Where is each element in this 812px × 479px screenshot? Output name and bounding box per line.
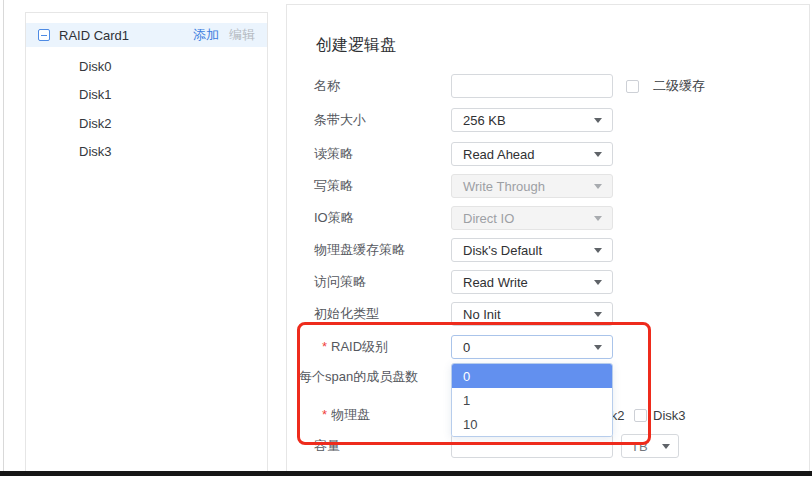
required-asterisk: * <box>322 407 327 422</box>
span-members-label: 每个span的成员盘数 <box>299 368 451 386</box>
raid-level-option-10[interactable]: 10 <box>452 412 612 436</box>
pd-cache-policy-select[interactable]: Disk's Default <box>451 238 613 262</box>
raid-level-label: *RAID级别 <box>314 338 451 356</box>
pd-cache-policy-value: Disk's Default <box>463 243 542 258</box>
chevron-down-icon <box>594 345 602 350</box>
add-link[interactable]: 添加 <box>193 26 219 44</box>
collapse-minus-icon[interactable] <box>38 29 50 41</box>
stripe-size-select[interactable]: 256 KB <box>451 108 613 132</box>
stripe-size-label: 条带大小 <box>314 111 451 129</box>
chevron-down-icon <box>594 216 602 221</box>
io-policy-label: IO策略 <box>314 209 451 227</box>
write-policy-value: Write Through <box>463 179 545 194</box>
read-policy-label: 读策略 <box>314 145 451 163</box>
access-policy-label: 访问策略 <box>314 273 451 291</box>
form-row-read-policy: 读策略 Read Ahead <box>314 142 613 166</box>
write-policy-label: 写策略 <box>314 177 451 195</box>
form-row-io-policy: IO策略 Direct IO <box>314 206 613 230</box>
capacity-unit-select[interactable]: TB <box>621 434 679 458</box>
chevron-down-icon <box>594 152 602 157</box>
physical-disks-label: *物理盘 <box>314 406 451 424</box>
raid-level-select[interactable]: 0 <box>451 335 613 359</box>
tree-item-disk3[interactable]: Disk3 <box>79 144 249 162</box>
form-row-raid-level: *RAID级别 0 <box>314 335 613 359</box>
write-policy-select: Write Through <box>451 174 613 198</box>
capacity-unit-value: TB <box>631 439 648 454</box>
required-asterisk: * <box>322 339 327 354</box>
chevron-down-icon <box>594 118 602 123</box>
tree-item-disk2[interactable]: Disk2 <box>79 116 249 134</box>
io-policy-select: Direct IO <box>451 206 613 230</box>
raid-config-page: RAID Card1 添加 编辑 Disk0 Disk1 Disk2 Disk3… <box>0 0 812 479</box>
bottom-window-edge <box>0 471 812 476</box>
tree-row-raid-card1[interactable]: RAID Card1 添加 编辑 <box>26 23 267 47</box>
disk3-checkbox[interactable] <box>634 409 647 422</box>
init-type-label: 初始化类型 <box>314 305 451 323</box>
read-policy-select[interactable]: Read Ahead <box>451 142 613 166</box>
init-type-select[interactable]: No Init <box>451 302 613 326</box>
capacity-label: 容量 <box>314 437 451 455</box>
create-logical-disk-panel: 创建逻辑盘 名称 二级缓存 条带大小 256 KB 读策略 Read Ahead <box>286 4 810 471</box>
page-title: 创建逻辑盘 <box>316 35 396 56</box>
raid-level-option-0[interactable]: 0 <box>452 364 612 388</box>
form-row-name: 名称 二级缓存 <box>314 74 705 98</box>
secondary-cache-label: 二级缓存 <box>653 77 705 95</box>
chevron-down-icon <box>594 312 602 317</box>
form-row-span-members: 每个span的成员盘数 <box>299 365 451 389</box>
chevron-down-icon <box>594 248 602 253</box>
pd-item-disk3: Disk3 <box>634 408 695 423</box>
disk3-checkbox-label: Disk3 <box>653 408 686 423</box>
chevron-down-icon <box>662 444 670 449</box>
name-label: 名称 <box>314 77 451 95</box>
raid-level-dropdown: 0 1 10 <box>451 363 613 437</box>
raid-card-label: RAID Card1 <box>59 28 193 43</box>
tree-item-disk0[interactable]: Disk0 <box>79 59 249 77</box>
access-policy-value: Read Write <box>463 275 528 290</box>
io-policy-value: Direct IO <box>463 211 514 226</box>
raid-level-value: 0 <box>463 340 470 355</box>
form-row-pd-cache-policy: 物理盘缓存策略 Disk's Default <box>314 238 613 262</box>
access-policy-select[interactable]: Read Write <box>451 270 613 294</box>
form-row-access-policy: 访问策略 Read Write <box>314 270 613 294</box>
tree-item-disk1[interactable]: Disk1 <box>79 87 249 105</box>
chevron-down-icon <box>594 184 602 189</box>
capacity-input[interactable] <box>451 434 613 458</box>
form-row-init-type: 初始化类型 No Init <box>314 302 613 326</box>
edit-link[interactable]: 编辑 <box>229 26 255 44</box>
read-policy-value: Read Ahead <box>463 147 535 162</box>
secondary-cache-checkbox[interactable] <box>626 80 639 93</box>
secondary-cache-group: 二级缓存 <box>626 77 705 95</box>
form-row-capacity: 容量 TB <box>314 434 679 458</box>
raid-tree-sidebar: RAID Card1 添加 编辑 Disk0 Disk1 Disk2 Disk3 <box>25 12 268 471</box>
page-left-border <box>3 0 4 471</box>
init-type-value: No Init <box>463 307 501 322</box>
form-row-stripe-size: 条带大小 256 KB <box>314 108 613 132</box>
chevron-down-icon <box>594 280 602 285</box>
raid-level-option-1[interactable]: 1 <box>452 388 612 412</box>
name-input[interactable] <box>451 74 613 98</box>
form-row-write-policy: 写策略 Write Through <box>314 174 613 198</box>
stripe-size-value: 256 KB <box>463 113 506 128</box>
pd-cache-policy-label: 物理盘缓存策略 <box>314 241 451 259</box>
